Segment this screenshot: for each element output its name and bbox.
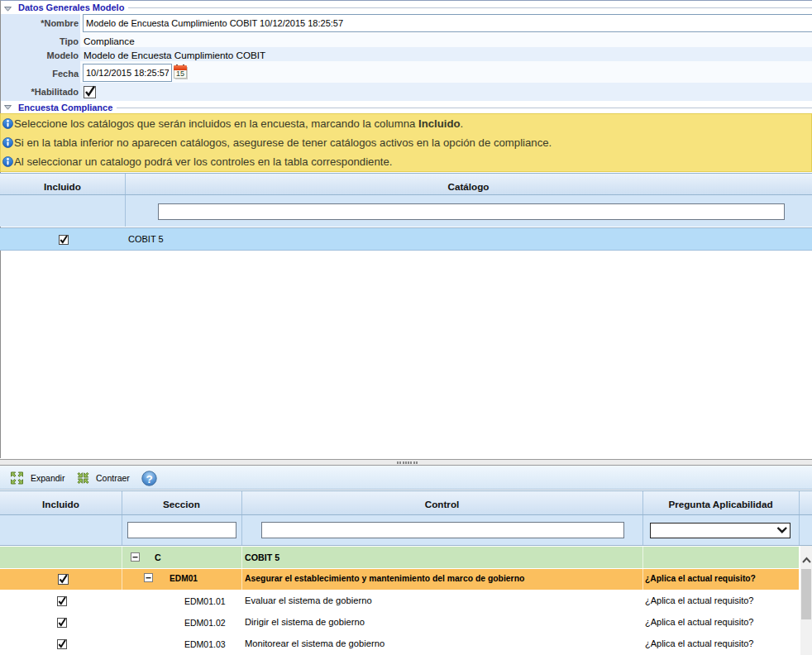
svg-text:?: ? [146, 473, 152, 485]
